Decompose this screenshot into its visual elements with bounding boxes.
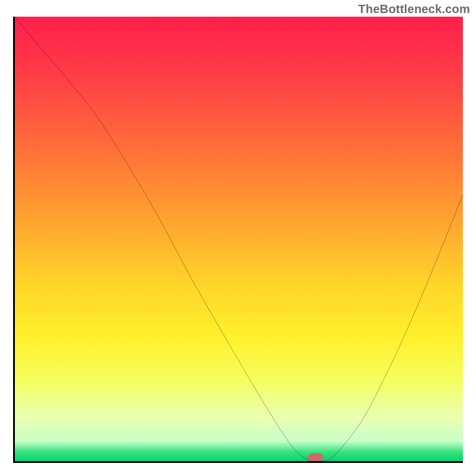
svg-rect-0: [15, 17, 463, 461]
watermark-text: TheBottleneck.com: [358, 2, 470, 16]
gradient-background: [15, 17, 463, 461]
optimum-marker: [308, 453, 323, 462]
plot-area: [13, 17, 463, 463]
chart-container: TheBottleneck.com: [0, 0, 476, 476]
